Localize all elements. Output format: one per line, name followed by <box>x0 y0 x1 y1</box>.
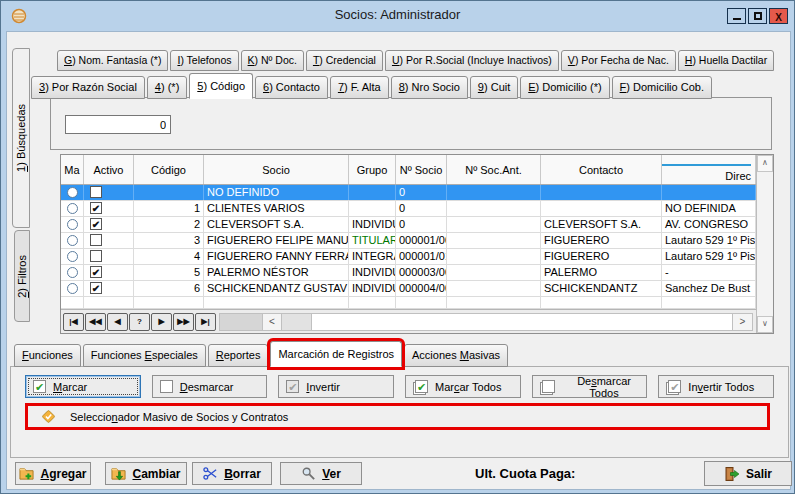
minimize-button[interactable] <box>727 8 746 24</box>
search-tab-label: 5) Código <box>197 80 245 92</box>
activo-checkbox[interactable] <box>90 282 102 294</box>
scroll-right-button[interactable]: > <box>732 314 752 330</box>
desmarcar-todos-button[interactable]: Desmarcar Todos <box>532 375 648 398</box>
activo-checkbox[interactable] <box>90 234 102 246</box>
tab-por-fecha-nac[interactable]: V) Por Fecha de Nac. <box>561 50 676 71</box>
cambiar-button[interactable]: Cambiar <box>105 462 187 485</box>
row-marker-radio[interactable] <box>67 235 78 246</box>
column-header[interactable]: Socio <box>204 155 349 184</box>
tab-nro-doc[interactable]: K) Nº Doc. <box>241 50 304 71</box>
marcar-button[interactable]: Marcar <box>25 375 141 398</box>
ver-button[interactable]: Ver <box>280 462 362 485</box>
agregar-button[interactable]: Agregar <box>15 462 91 485</box>
row-marker-radio[interactable] <box>67 267 78 278</box>
cell-socio: SCHICKENDANTZ GUSTAV <box>204 281 349 296</box>
desmarcar-button[interactable]: Desmarcar <box>152 375 268 398</box>
table-row[interactable]: 4 FIGUERERO FANNY FERRA INTEGRANT 000001… <box>61 249 756 265</box>
column-header[interactable]: Grupo <box>349 155 396 184</box>
tab-por-rsocial-inactivos[interactable]: U) Por R.Social (Incluye Inactivos) <box>385 50 559 71</box>
cell-nro-socio: 0 <box>396 185 447 200</box>
marcar-todos-button[interactable]: Marcar Todos <box>405 375 521 398</box>
tab-nro-socio[interactable]: 8) Nro Socio <box>391 76 468 99</box>
activo-checkbox[interactable] <box>90 250 102 262</box>
salir-button[interactable]: Salir <box>704 461 792 486</box>
cell-grupo <box>349 185 396 200</box>
column-header[interactable]: Nº Soc.Ant. <box>447 155 541 184</box>
nav-locate-button[interactable]: ? <box>129 313 150 331</box>
activo-checkbox[interactable] <box>90 202 102 214</box>
cell-contacto: SCHICKENDANTZ <box>541 281 662 296</box>
tab-funciones[interactable]: Funciones <box>14 344 81 367</box>
table-row[interactable]: 6 SCHICKENDANTZ GUSTAV INDIVIDUAL 000004… <box>61 281 756 297</box>
column-header[interactable]: Activo <box>84 155 134 184</box>
codigo-search-input[interactable] <box>65 115 171 134</box>
cell-direccion: AV. CONGRESO <box>662 217 756 232</box>
scroll-left-button[interactable]: < <box>262 314 282 330</box>
cell-nro-socio: 000001/01 <box>396 249 447 264</box>
nav-last-button[interactable]: ▶| <box>195 313 216 331</box>
search-tabs-row-2: 3) Por Razón Social4) (*)5) Código6) Con… <box>31 73 714 99</box>
row-marker-radio[interactable] <box>67 251 78 262</box>
column-header[interactable]: Contacto <box>541 155 662 184</box>
scroll-down-button[interactable]: ∨ <box>757 316 773 333</box>
row-marker-radio[interactable] <box>67 283 78 294</box>
tab-asterisco[interactable]: 4) (*) <box>147 76 187 99</box>
table-row[interactable]: 2 CLEVERSOFT S.A. INDIVIDUAL 0 CLEVERSOF… <box>61 217 756 233</box>
cell-grupo: INDIVIDUAL <box>349 281 396 296</box>
table-row[interactable]: 1 CLIENTES VARIOS 0 NO DEFINIDA <box>61 201 756 217</box>
vertical-scrollbar[interactable]: ∧ ∨ <box>756 155 773 333</box>
table-row[interactable]: 3 FIGUERERO FELIPE MANUE TITULAR (0) 000… <box>61 233 756 249</box>
column-header[interactable]: Ma <box>61 155 84 184</box>
nav-next-page-button[interactable]: ▶▶ <box>173 313 194 331</box>
table-row[interactable]: NO DEFINIDO 0 <box>61 185 756 201</box>
tab-reportes[interactable]: Reportes <box>208 344 269 367</box>
socios-grid: MaActivoCódigoSocioGrupoNº SocioNº Soc.A… <box>60 154 774 334</box>
nav-next-button[interactable]: ▶ <box>151 313 172 331</box>
minimize-icon <box>733 18 741 20</box>
tab-credencial[interactable]: T) Credencial <box>306 50 383 71</box>
row-marker-radio[interactable] <box>67 187 78 198</box>
tab-telefonos[interactable]: I) Telefonos <box>170 50 238 71</box>
window-titlebar[interactable]: Socios: Administrador <box>1 1 794 31</box>
tab-marcacion-de-registros[interactable]: Marcación de Registros <box>270 341 402 367</box>
cell-nro-soc-ant <box>447 201 541 216</box>
maximize-button[interactable] <box>748 8 767 24</box>
side-tab-busquedas[interactable]: 1) Búsquedas <box>12 48 30 228</box>
scroll-up-button[interactable]: ∧ <box>757 155 773 172</box>
nav-prev-button[interactable]: ◀ <box>107 313 128 331</box>
seleccionador-masivo-item[interactable]: Seleccionador Masivo de Socios y Contrat… <box>28 406 767 427</box>
horizontal-scrollbar[interactable]: < > <box>219 313 753 331</box>
activo-checkbox[interactable] <box>90 186 102 198</box>
row-marker-radio[interactable] <box>67 219 78 230</box>
hscroll-track[interactable] <box>312 314 732 330</box>
cell-grupo: INDIVIDUAL <box>349 265 396 280</box>
column-header[interactable]: Nº Socio <box>396 155 447 184</box>
tab-acciones-masivas[interactable]: Acciones Masivas <box>404 344 508 367</box>
column-header[interactable]: Código <box>134 155 204 184</box>
tab-domicilio-cob[interactable]: F) Domicilio Cob. <box>612 76 712 99</box>
tab-funciones-especiales[interactable]: Funciones Especiales <box>83 344 206 367</box>
tab-por-razon-social[interactable]: 3) Por Razón Social <box>31 76 145 99</box>
activo-checkbox[interactable] <box>90 218 102 230</box>
cell-nro-socio: 000004/00 <box>396 281 447 296</box>
tab-f-alta[interactable]: 7) F. Alta <box>330 76 389 99</box>
table-row[interactable]: 5 PALERMO NÉSTOR INDIVIDUAL 000003/00 PA… <box>61 265 756 281</box>
invertir-todos-button[interactable]: Invertir Todos <box>658 375 774 398</box>
nav-prev-page-button[interactable]: ◀◀ <box>85 313 106 331</box>
tab-contacto[interactable]: 6) Contacto <box>255 76 328 99</box>
tab-huella-dactilar[interactable]: H) Huella Dactilar <box>678 50 774 71</box>
close-button[interactable] <box>769 8 788 24</box>
side-tab-filtros[interactable]: 2) Filtros <box>14 230 30 322</box>
nav-first-button[interactable]: |◀ <box>63 313 84 331</box>
borrar-button[interactable]: Borrar <box>192 462 272 485</box>
tab-nom-fantasia[interactable]: G) Nom. Fantasía (*) <box>57 50 168 71</box>
tab-cuit[interactable]: 9) Cuit <box>470 76 518 99</box>
row-marker-radio[interactable] <box>67 203 78 214</box>
hscroll-thumb[interactable] <box>282 314 312 330</box>
column-header[interactable]: Direc <box>662 155 756 184</box>
tab-codigo[interactable]: 5) Código <box>189 73 253 99</box>
activo-checkbox[interactable] <box>90 266 102 278</box>
tab-domicilio[interactable]: E) Domicilio (*) <box>520 76 609 99</box>
bottom-tab-label: Funciones Especiales <box>91 349 198 361</box>
invertir-button[interactable]: Invertir <box>278 375 394 398</box>
